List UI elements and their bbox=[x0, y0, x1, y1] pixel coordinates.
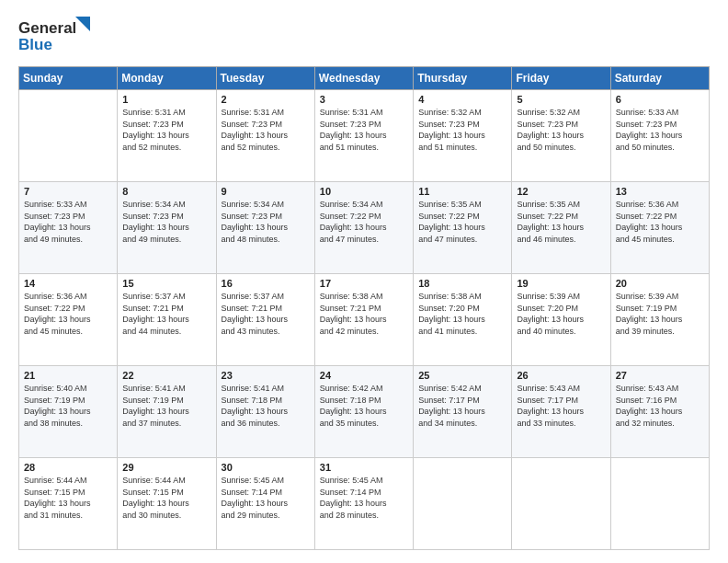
day-info: Sunrise: 5:38 AM Sunset: 7:21 PM Dayligh… bbox=[320, 291, 408, 337]
week-row-4: 28Sunrise: 5:44 AM Sunset: 7:15 PM Dayli… bbox=[19, 458, 710, 550]
calendar-cell: 13Sunrise: 5:36 AM Sunset: 7:22 PM Dayli… bbox=[610, 182, 709, 274]
day-info: Sunrise: 5:39 AM Sunset: 7:20 PM Dayligh… bbox=[517, 291, 605, 337]
calendar-cell: 30Sunrise: 5:45 AM Sunset: 7:14 PM Dayli… bbox=[216, 458, 314, 550]
day-info: Sunrise: 5:35 AM Sunset: 7:22 PM Dayligh… bbox=[517, 199, 605, 245]
calendar-cell: 2Sunrise: 5:31 AM Sunset: 7:23 PM Daylig… bbox=[216, 90, 314, 182]
day-number: 6 bbox=[616, 94, 704, 105]
day-info: Sunrise: 5:43 AM Sunset: 7:17 PM Dayligh… bbox=[517, 383, 605, 429]
page: GeneralBlue SundayMondayTuesdayWednesday… bbox=[0, 0, 728, 563]
calendar-cell: 11Sunrise: 5:35 AM Sunset: 7:22 PM Dayli… bbox=[414, 182, 512, 274]
day-info: Sunrise: 5:42 AM Sunset: 7:18 PM Dayligh… bbox=[320, 383, 408, 429]
calendar-cell: 20Sunrise: 5:39 AM Sunset: 7:19 PM Dayli… bbox=[610, 274, 709, 366]
day-number: 18 bbox=[418, 278, 506, 289]
calendar-cell: 3Sunrise: 5:31 AM Sunset: 7:23 PM Daylig… bbox=[314, 90, 413, 182]
week-row-0: 1Sunrise: 5:31 AM Sunset: 7:23 PM Daylig… bbox=[19, 90, 710, 182]
calendar-cell: 6Sunrise: 5:33 AM Sunset: 7:23 PM Daylig… bbox=[610, 90, 709, 182]
day-number: 21 bbox=[24, 370, 112, 381]
day-info: Sunrise: 5:37 AM Sunset: 7:21 PM Dayligh… bbox=[122, 291, 210, 337]
day-info: Sunrise: 5:33 AM Sunset: 7:23 PM Dayligh… bbox=[616, 107, 704, 153]
calendar-cell: 25Sunrise: 5:42 AM Sunset: 7:17 PM Dayli… bbox=[414, 366, 512, 458]
day-number: 29 bbox=[122, 462, 210, 473]
day-info: Sunrise: 5:34 AM Sunset: 7:22 PM Dayligh… bbox=[320, 199, 408, 245]
weekday-header-monday: Monday bbox=[118, 67, 216, 90]
weekday-header-tuesday: Tuesday bbox=[216, 67, 314, 90]
calendar-cell: 19Sunrise: 5:39 AM Sunset: 7:20 PM Dayli… bbox=[512, 274, 610, 366]
week-row-3: 21Sunrise: 5:40 AM Sunset: 7:19 PM Dayli… bbox=[19, 366, 710, 458]
day-info: Sunrise: 5:43 AM Sunset: 7:16 PM Dayligh… bbox=[616, 383, 704, 429]
day-info: Sunrise: 5:32 AM Sunset: 7:23 PM Dayligh… bbox=[418, 107, 506, 153]
day-number: 26 bbox=[517, 370, 605, 381]
calendar-cell: 12Sunrise: 5:35 AM Sunset: 7:22 PM Dayli… bbox=[512, 182, 610, 274]
day-info: Sunrise: 5:36 AM Sunset: 7:22 PM Dayligh… bbox=[24, 291, 112, 337]
day-info: Sunrise: 5:34 AM Sunset: 7:23 PM Dayligh… bbox=[222, 199, 310, 245]
day-number: 9 bbox=[222, 186, 310, 197]
logo: GeneralBlue bbox=[18, 17, 92, 57]
calendar-cell: 8Sunrise: 5:34 AM Sunset: 7:23 PM Daylig… bbox=[118, 182, 216, 274]
day-info: Sunrise: 5:35 AM Sunset: 7:22 PM Dayligh… bbox=[418, 199, 506, 245]
calendar-cell: 21Sunrise: 5:40 AM Sunset: 7:19 PM Dayli… bbox=[19, 366, 118, 458]
day-number: 22 bbox=[122, 370, 210, 381]
weekday-header-thursday: Thursday bbox=[414, 67, 512, 90]
day-info: Sunrise: 5:31 AM Sunset: 7:23 PM Dayligh… bbox=[320, 107, 408, 153]
day-number: 10 bbox=[320, 186, 408, 197]
weekday-header-row: SundayMondayTuesdayWednesdayThursdayFrid… bbox=[19, 67, 710, 90]
calendar-cell bbox=[414, 458, 512, 550]
day-info: Sunrise: 5:34 AM Sunset: 7:23 PM Dayligh… bbox=[122, 199, 210, 245]
weekday-header-sunday: Sunday bbox=[19, 67, 118, 90]
calendar-cell: 9Sunrise: 5:34 AM Sunset: 7:23 PM Daylig… bbox=[216, 182, 314, 274]
calendar-cell: 18Sunrise: 5:38 AM Sunset: 7:20 PM Dayli… bbox=[414, 274, 512, 366]
day-info: Sunrise: 5:39 AM Sunset: 7:19 PM Dayligh… bbox=[616, 291, 704, 337]
day-info: Sunrise: 5:44 AM Sunset: 7:15 PM Dayligh… bbox=[24, 475, 112, 521]
calendar-cell: 7Sunrise: 5:33 AM Sunset: 7:23 PM Daylig… bbox=[19, 182, 118, 274]
logo-svg: GeneralBlue bbox=[18, 17, 92, 57]
day-number: 17 bbox=[320, 278, 408, 289]
day-number: 3 bbox=[320, 94, 408, 105]
calendar-cell: 23Sunrise: 5:41 AM Sunset: 7:18 PM Dayli… bbox=[216, 366, 314, 458]
weekday-header-friday: Friday bbox=[512, 67, 610, 90]
day-number: 23 bbox=[222, 370, 310, 381]
day-number: 31 bbox=[320, 462, 408, 473]
calendar-cell: 29Sunrise: 5:44 AM Sunset: 7:15 PM Dayli… bbox=[118, 458, 216, 550]
day-info: Sunrise: 5:44 AM Sunset: 7:15 PM Dayligh… bbox=[122, 475, 210, 521]
week-row-1: 7Sunrise: 5:33 AM Sunset: 7:23 PM Daylig… bbox=[19, 182, 710, 274]
calendar-cell: 26Sunrise: 5:43 AM Sunset: 7:17 PM Dayli… bbox=[512, 366, 610, 458]
calendar-cell: 16Sunrise: 5:37 AM Sunset: 7:21 PM Dayli… bbox=[216, 274, 314, 366]
svg-marker-2 bbox=[75, 17, 90, 31]
day-number: 19 bbox=[517, 278, 605, 289]
day-number: 11 bbox=[418, 186, 506, 197]
calendar-cell: 22Sunrise: 5:41 AM Sunset: 7:19 PM Dayli… bbox=[118, 366, 216, 458]
day-number: 7 bbox=[24, 186, 112, 197]
svg-text:Blue: Blue bbox=[18, 36, 52, 53]
day-info: Sunrise: 5:40 AM Sunset: 7:19 PM Dayligh… bbox=[24, 383, 112, 429]
week-row-2: 14Sunrise: 5:36 AM Sunset: 7:22 PM Dayli… bbox=[19, 274, 710, 366]
day-info: Sunrise: 5:41 AM Sunset: 7:18 PM Dayligh… bbox=[222, 383, 310, 429]
header: GeneralBlue bbox=[18, 17, 710, 57]
calendar-cell: 28Sunrise: 5:44 AM Sunset: 7:15 PM Dayli… bbox=[19, 458, 118, 550]
calendar-cell: 17Sunrise: 5:38 AM Sunset: 7:21 PM Dayli… bbox=[314, 274, 413, 366]
day-info: Sunrise: 5:41 AM Sunset: 7:19 PM Dayligh… bbox=[122, 383, 210, 429]
day-number: 14 bbox=[24, 278, 112, 289]
day-info: Sunrise: 5:33 AM Sunset: 7:23 PM Dayligh… bbox=[24, 199, 112, 245]
day-number: 2 bbox=[222, 94, 310, 105]
svg-text:General: General bbox=[18, 19, 76, 37]
day-number: 4 bbox=[418, 94, 506, 105]
day-info: Sunrise: 5:38 AM Sunset: 7:20 PM Dayligh… bbox=[418, 291, 506, 337]
calendar-cell: 14Sunrise: 5:36 AM Sunset: 7:22 PM Dayli… bbox=[19, 274, 118, 366]
calendar-cell: 5Sunrise: 5:32 AM Sunset: 7:23 PM Daylig… bbox=[512, 90, 610, 182]
day-number: 13 bbox=[616, 186, 704, 197]
calendar-cell: 31Sunrise: 5:45 AM Sunset: 7:14 PM Dayli… bbox=[314, 458, 413, 550]
day-number: 27 bbox=[616, 370, 704, 381]
calendar-cell bbox=[512, 458, 610, 550]
day-info: Sunrise: 5:45 AM Sunset: 7:14 PM Dayligh… bbox=[222, 475, 310, 521]
calendar-cell: 15Sunrise: 5:37 AM Sunset: 7:21 PM Dayli… bbox=[118, 274, 216, 366]
calendar-cell: 24Sunrise: 5:42 AM Sunset: 7:18 PM Dayli… bbox=[314, 366, 413, 458]
day-number: 12 bbox=[517, 186, 605, 197]
day-info: Sunrise: 5:37 AM Sunset: 7:21 PM Dayligh… bbox=[222, 291, 310, 337]
day-info: Sunrise: 5:31 AM Sunset: 7:23 PM Dayligh… bbox=[122, 107, 210, 153]
calendar-cell: 10Sunrise: 5:34 AM Sunset: 7:22 PM Dayli… bbox=[314, 182, 413, 274]
day-number: 15 bbox=[122, 278, 210, 289]
calendar-table: SundayMondayTuesdayWednesdayThursdayFrid… bbox=[18, 66, 710, 550]
calendar-cell: 1Sunrise: 5:31 AM Sunset: 7:23 PM Daylig… bbox=[118, 90, 216, 182]
day-number: 20 bbox=[616, 278, 704, 289]
calendar-cell bbox=[19, 90, 118, 182]
